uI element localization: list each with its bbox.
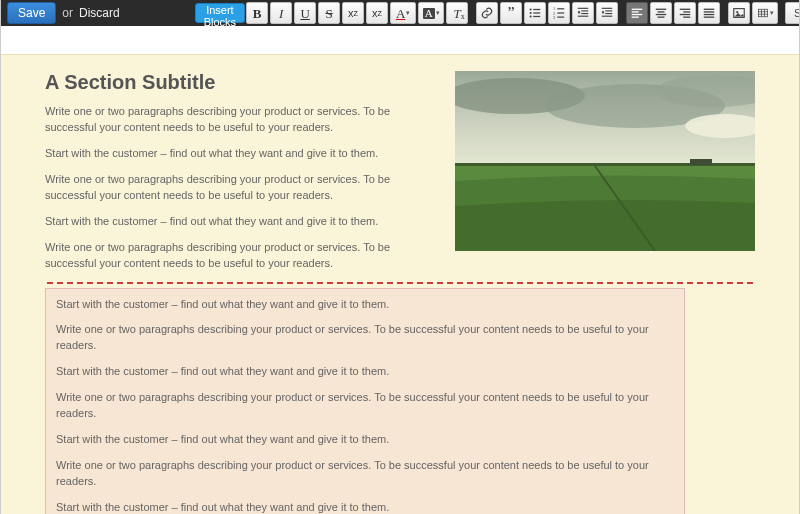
clear-formatting-button[interactable]: Tx [446,2,468,24]
paragraph[interactable]: Write one or two paragraphs describing y… [45,104,433,136]
paragraph[interactable]: Start with the customer – find out what … [45,214,433,230]
svg-rect-24 [656,9,667,10]
paragraph[interactable]: Start with the customer – find out what … [56,364,674,380]
svg-rect-49 [690,159,712,165]
paragraph[interactable]: Start with the customer – find out what … [45,146,433,162]
svg-rect-20 [632,9,643,10]
svg-rect-18 [605,13,612,14]
overflow-marker-line [47,282,753,284]
svg-rect-5 [533,16,540,17]
content-section: A Section Subtitle Write one or two para… [1,54,799,514]
svg-rect-30 [680,14,691,15]
section-image[interactable] [455,71,755,251]
paragraph[interactable]: Start with the customer – find out what … [56,297,674,313]
svg-rect-11 [557,17,564,18]
italic-button[interactable]: I [270,2,292,24]
align-left-button[interactable] [626,2,648,24]
svg-point-37 [736,11,738,13]
bold-button[interactable]: B [246,2,268,24]
ordered-list-button[interactable]: 123 [548,2,570,24]
svg-rect-12 [578,8,589,9]
underline-button[interactable]: U [294,2,316,24]
svg-rect-33 [704,11,715,12]
svg-rect-26 [656,14,667,15]
svg-rect-28 [680,9,691,10]
text-color-button[interactable]: A▾ [390,2,416,24]
image-column [455,71,755,282]
strikethrough-button[interactable]: S [318,2,340,24]
styles-dropdown[interactable]: Styles [785,2,800,24]
svg-point-2 [530,15,532,17]
link-button[interactable] [476,2,498,24]
svg-rect-3 [533,9,540,10]
svg-text:3: 3 [553,15,556,20]
svg-rect-4 [533,12,540,13]
svg-rect-23 [632,17,639,18]
svg-rect-25 [658,11,665,12]
svg-rect-10 [557,12,564,13]
save-button[interactable]: Save [7,2,56,24]
svg-rect-19 [602,16,613,17]
svg-point-1 [530,12,532,14]
unordered-list-button[interactable] [524,2,546,24]
svg-rect-35 [704,17,715,18]
outdent-button[interactable] [572,2,594,24]
editor-toolbar: Save or Discard Insert Blocks B I U S xz… [1,0,799,26]
subscript-button[interactable]: xz [342,2,364,24]
text-column: A Section Subtitle Write one or two para… [45,71,433,282]
paragraph[interactable]: Write one or two paragraphs describing y… [45,240,433,272]
align-justify-button[interactable] [698,2,720,24]
svg-rect-17 [605,10,612,11]
superscript-button[interactable]: xz [366,2,388,24]
paragraph[interactable]: Start with the customer – find out what … [56,432,674,448]
paragraph[interactable]: Write one or two paragraphs describing y… [45,172,433,204]
paragraph[interactable]: Write one or two paragraphs describing y… [56,390,674,422]
indent-button[interactable] [596,2,618,24]
insert-blocks-button[interactable]: Insert Blocks [195,3,245,23]
align-center-button[interactable] [650,2,672,24]
svg-rect-31 [683,17,690,18]
paragraph[interactable]: Write one or two paragraphs describing y… [56,322,674,354]
svg-rect-9 [557,8,564,9]
overflow-region: Start with the customer – find out what … [45,288,685,515]
svg-rect-14 [581,13,588,14]
discard-button[interactable]: Discard [79,6,120,20]
svg-rect-29 [683,11,690,12]
background-color-button[interactable]: A▾ [418,2,444,24]
svg-rect-38 [758,9,767,17]
table-button[interactable]: ▾ [752,2,778,24]
or-label: or [62,6,73,20]
svg-rect-15 [578,16,589,17]
align-right-button[interactable] [674,2,696,24]
paragraph[interactable]: Start with the customer – find out what … [56,500,674,514]
svg-rect-16 [602,8,613,9]
svg-rect-22 [632,14,643,15]
section-subtitle[interactable]: A Section Subtitle [45,71,433,94]
svg-rect-13 [581,10,588,11]
quote-button[interactable]: ” [500,2,522,24]
paragraph[interactable]: Write one or two paragraphs describing y… [56,458,674,490]
svg-rect-32 [704,9,715,10]
svg-rect-27 [658,17,665,18]
svg-rect-21 [632,11,639,12]
svg-point-0 [530,8,532,10]
svg-rect-34 [704,14,715,15]
image-button[interactable] [728,2,750,24]
editor-canvas[interactable]: A Section Subtitle Write one or two para… [1,26,799,514]
